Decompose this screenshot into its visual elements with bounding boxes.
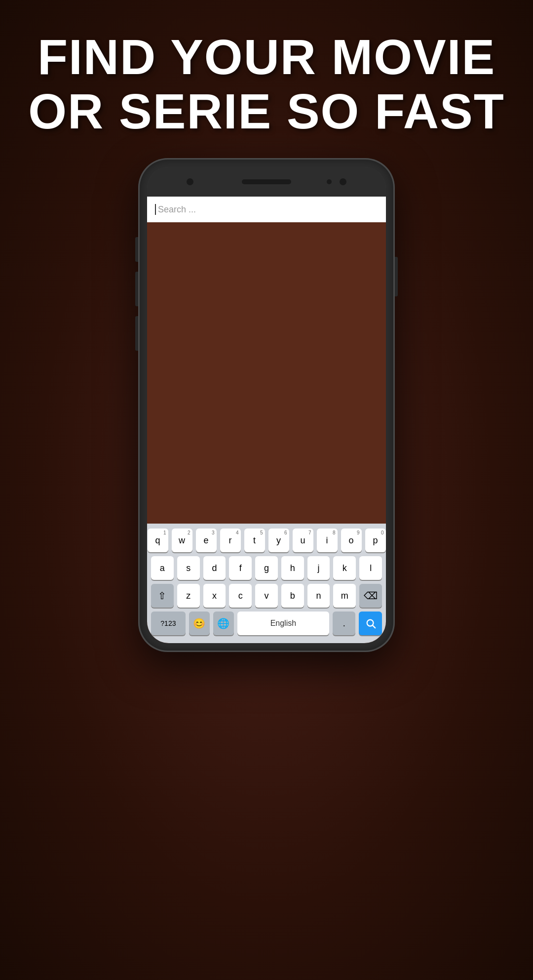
key-m[interactable]: m — [333, 584, 356, 608]
globe-key[interactable]: 🌐 — [213, 612, 234, 635]
phone-top-bar — [147, 167, 386, 197]
search-placeholder: Search ... — [158, 204, 196, 215]
phone-front-camera — [340, 178, 346, 185]
key-n[interactable]: n — [307, 584, 330, 608]
key-e[interactable]: e3 — [196, 529, 217, 552]
shift-key[interactable]: ⇧ — [151, 584, 174, 608]
space-key[interactable]: English — [237, 612, 329, 635]
key-t[interactable]: t5 — [244, 529, 265, 552]
period-key[interactable]: . — [333, 612, 356, 635]
key-f[interactable]: f — [229, 556, 252, 580]
key-q[interactable]: q1 — [148, 529, 168, 552]
key-r[interactable]: r4 — [220, 529, 241, 552]
power-button — [395, 257, 398, 296]
phone-mockup: Search ... q1 w2 e3 r4 t5 y6 u7 — [138, 158, 395, 652]
key-u[interactable]: u7 — [293, 529, 313, 552]
key-y[interactable]: y6 — [268, 529, 289, 552]
key-g[interactable]: g — [255, 556, 278, 580]
search-bar[interactable]: Search ... — [147, 197, 386, 222]
headline-line1: FIND YOUR MOVIE — [28, 30, 505, 84]
search-key[interactable] — [359, 612, 382, 635]
key-b[interactable]: b — [281, 584, 304, 608]
keyboard-row-2: a s d f g h j k l — [151, 556, 382, 580]
phone-screen: Search ... q1 w2 e3 r4 t5 y6 u7 — [147, 167, 386, 643]
keyboard-row-1: q1 w2 e3 r4 t5 y6 u7 i8 o9 p0 — [151, 529, 382, 552]
key-c[interactable]: c — [229, 584, 252, 608]
keyboard-row-3: ⇧ z x c v b n m ⌫ — [151, 584, 382, 608]
phone-speaker — [242, 179, 291, 184]
phone-frame: Search ... q1 w2 e3 r4 t5 y6 u7 — [138, 158, 395, 652]
key-d[interactable]: d — [203, 556, 226, 580]
key-j[interactable]: j — [307, 556, 330, 580]
key-k[interactable]: k — [333, 556, 356, 580]
emoji-key[interactable]: 😊 — [189, 612, 210, 635]
key-p[interactable]: p0 — [365, 529, 386, 552]
key-i[interactable]: i8 — [317, 529, 338, 552]
keyboard-row-4: ?123 😊 🌐 English . — [151, 612, 382, 635]
key-x[interactable]: x — [203, 584, 226, 608]
key-a[interactable]: a — [151, 556, 174, 580]
symbols-key[interactable]: ?123 — [151, 612, 186, 635]
keyboard: q1 w2 e3 r4 t5 y6 u7 i8 o9 p0 a s — [147, 524, 386, 643]
key-s[interactable]: s — [177, 556, 200, 580]
search-results-area — [147, 222, 386, 524]
text-cursor — [155, 204, 156, 215]
app-screen: Search ... q1 w2 e3 r4 t5 y6 u7 — [147, 197, 386, 643]
phone-front-camera-small — [327, 179, 332, 184]
key-h[interactable]: h — [281, 556, 304, 580]
app-headline: FIND YOUR MOVIE OR SERIE SO FAST — [8, 30, 525, 138]
key-w[interactable]: w2 — [172, 529, 192, 552]
key-l[interactable]: l — [359, 556, 382, 580]
headline-line2: OR SERIE SO FAST — [28, 84, 505, 138]
backspace-key[interactable]: ⌫ — [359, 584, 382, 608]
svg-line-1 — [373, 625, 375, 628]
key-o[interactable]: o9 — [341, 529, 362, 552]
key-v[interactable]: v — [255, 584, 278, 608]
phone-sensor — [187, 178, 193, 185]
key-z[interactable]: z — [177, 584, 200, 608]
